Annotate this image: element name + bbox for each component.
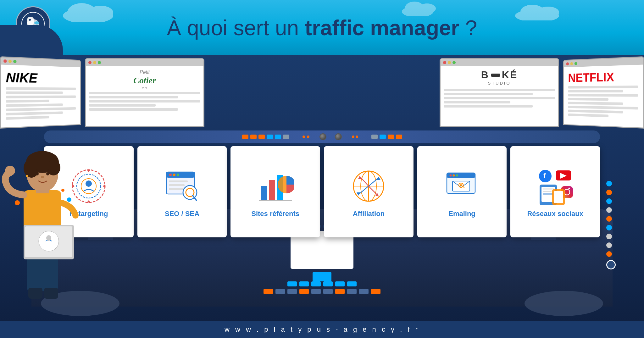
- cp-button-blue3: [380, 135, 386, 139]
- monitor-petitcotier: Petit Cotier en: [85, 58, 204, 127]
- svg-point-86: [15, 200, 20, 205]
- svg-rect-65: [543, 193, 553, 195]
- svg-point-12: [29, 19, 31, 21]
- top-monitors-area: NIKE: [0, 55, 644, 134]
- svg-point-22: [177, 174, 179, 176]
- rbtn-circle-large: [606, 260, 616, 269]
- cp-knob2: [335, 133, 342, 140]
- svg-rect-84: [28, 288, 42, 299]
- rbtn-orange1: [606, 190, 612, 195]
- svg-point-79: [5, 166, 15, 176]
- svg-point-13: [34, 21, 39, 25]
- svg-rect-85: [44, 288, 58, 299]
- emailing-icon: [443, 167, 481, 205]
- seat-right: [525, 291, 603, 316]
- cp-button-orange3: [258, 135, 265, 139]
- cp-button-orange2: [250, 135, 257, 139]
- svg-point-87: [67, 197, 71, 202]
- svg-rect-24: [169, 184, 185, 186]
- svg-point-48: [450, 175, 452, 177]
- screen-social: f: [510, 146, 600, 237]
- cp-knob1: [319, 133, 326, 140]
- cp-button-blue1: [267, 135, 273, 139]
- petitcotier-brand-label: Petit Cotier en: [133, 69, 156, 90]
- netflix-brand-label: NETFLIX: [568, 70, 638, 85]
- seo-label: SEO / SEA: [165, 210, 199, 218]
- svg-point-76: [46, 172, 49, 175]
- character-person: [0, 121, 88, 310]
- main-screens-row: Retargeting: [44, 146, 600, 237]
- rbtn-blue2: [606, 198, 612, 204]
- svg-point-50: [456, 175, 458, 177]
- cbtn-6: [347, 281, 357, 286]
- rbtn-orange3: [606, 251, 612, 257]
- svg-line-42: [361, 177, 369, 186]
- svg-point-82: [39, 231, 59, 251]
- svg-point-5: [537, 7, 559, 18]
- cp-button-orange5: [396, 135, 402, 139]
- svg-rect-67: [554, 191, 563, 203]
- svg-point-77: [41, 176, 44, 178]
- svg-point-78: [26, 175, 28, 177]
- affiliation-icon: [350, 167, 387, 205]
- svg-point-75: [36, 172, 39, 175]
- svg-point-8: [418, 3, 436, 14]
- cbtn-4: [323, 281, 333, 286]
- footer: w w w . p l a t y p u s - a g e n c y . …: [0, 321, 644, 338]
- sites-icon: [257, 167, 294, 205]
- nike-brand-label: NIKE: [6, 70, 76, 86]
- rbtn-blue1: [606, 181, 612, 186]
- cp-button-gray1: [283, 135, 289, 139]
- svg-rect-23: [169, 180, 188, 182]
- screen-emailing: Emaling: [417, 146, 507, 237]
- rbtn-gray3: [606, 242, 612, 248]
- cbtn-1: [287, 281, 297, 286]
- cbtn-orange3: [335, 289, 345, 294]
- monitor-nike: NIKE: [0, 56, 81, 129]
- social-label: Réseaux sociaux: [527, 210, 583, 218]
- rbtn-blue3: [606, 225, 612, 230]
- svg-rect-29: [261, 186, 267, 200]
- screen-sites: Sites référents: [230, 146, 320, 237]
- affiliation-label: Affiliation: [353, 210, 385, 218]
- cbtn-gray1: [275, 289, 285, 294]
- cbtn-orange1: [264, 289, 273, 294]
- boke-brand-label: B KÉ: [481, 69, 518, 81]
- svg-point-83: [46, 235, 51, 241]
- right-side-buttons: [606, 181, 616, 269]
- main-content: NIKE: [0, 55, 644, 325]
- header: À quoi sert un traffic manager ?: [0, 0, 644, 55]
- rbtn-gray2: [606, 234, 612, 239]
- cbtn-gray4: [323, 289, 333, 294]
- svg-point-49: [453, 175, 455, 177]
- header-clouds: [0, 0, 644, 55]
- console-bottom-buttons: [264, 281, 380, 294]
- cbtn-orange4: [371, 289, 380, 294]
- svg-point-11: [27, 17, 34, 25]
- svg-point-20: [169, 174, 172, 176]
- footer-url: w w w . p l a t y p u s - a g e n c y . …: [225, 325, 419, 334]
- cp-button-orange4: [388, 135, 394, 139]
- cbtn-5: [335, 281, 345, 286]
- boke-sub-label: STUDIO: [488, 81, 511, 86]
- svg-point-60: [568, 188, 570, 189]
- social-icon: f: [536, 167, 574, 205]
- screen-affiliation: Affiliation: [324, 146, 414, 237]
- svg-point-21: [173, 174, 175, 176]
- svg-point-88: [61, 189, 64, 192]
- cbtn-2: [299, 281, 309, 286]
- rbtn-orange2: [606, 216, 612, 222]
- control-panel-strip: [44, 130, 600, 143]
- cbtn-orange2: [299, 289, 309, 294]
- cp-button-gray2: [371, 135, 378, 139]
- monitor-netflix: NETFLIX: [563, 56, 644, 129]
- cbtn-gray3: [311, 289, 321, 294]
- svg-rect-64: [543, 191, 552, 192]
- sites-label: Sites référents: [251, 210, 299, 218]
- cbtn-3: [311, 281, 321, 286]
- svg-text:f: f: [543, 172, 546, 180]
- emailing-label: Emaling: [448, 210, 475, 218]
- svg-point-53: [460, 184, 462, 186]
- monitor-boke: B KÉ STUDIO: [440, 58, 559, 127]
- cbtn-gray2: [287, 289, 297, 294]
